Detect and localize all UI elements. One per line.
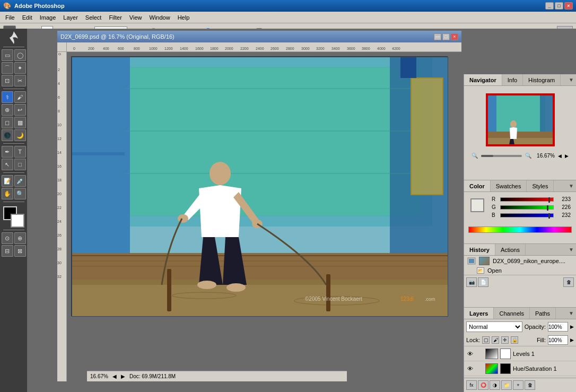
layer-delete-btn[interactable]: 🗑: [525, 380, 535, 390]
lock-position[interactable]: ✛: [501, 336, 509, 344]
tool-shape[interactable]: □: [14, 159, 26, 170]
menu-image[interactable]: Image: [37, 13, 59, 22]
menu-file[interactable]: File: [2, 13, 18, 22]
nav-right-btn[interactable]: ▶: [565, 153, 569, 159]
title-bar-controls[interactable]: _ □ ×: [545, 2, 573, 10]
r-slider[interactable]: [500, 197, 554, 202]
maximize-button[interactable]: □: [555, 2, 563, 10]
doc-maximize[interactable]: □: [442, 33, 450, 40]
history-open-item[interactable]: 📂 Open: [464, 266, 576, 275]
doc-close[interactable]: ×: [451, 33, 458, 40]
tool-path-select[interactable]: ↖: [2, 159, 13, 170]
tab-paths[interactable]: Paths: [530, 308, 556, 319]
tool-dodge[interactable]: 🌑: [2, 129, 13, 141]
layer-new-btn[interactable]: +: [513, 380, 523, 390]
tab-info[interactable]: Info: [502, 74, 523, 85]
opacity-input[interactable]: [548, 322, 568, 332]
opacity-arrow[interactable]: ▶: [570, 324, 574, 329]
toolbar-sep-1: [3, 47, 24, 47]
tool-clone[interactable]: ⊕: [2, 104, 13, 116]
layers-tabs-row: Layers Channels Paths ▼: [464, 308, 576, 319]
tool-heal[interactable]: ⚕: [2, 91, 13, 103]
toolbar-sep-5: [3, 202, 24, 202]
layer-row-hue[interactable]: 👁 Hue/Saturation 1: [464, 361, 576, 376]
tab-swatches[interactable]: Swatches: [491, 180, 527, 191]
lock-image[interactable]: 🖌: [492, 336, 499, 344]
lock-transparency[interactable]: ▢: [482, 336, 490, 344]
tool-eraser[interactable]: ◻: [2, 117, 13, 128]
layers-collapse[interactable]: ▼: [566, 309, 576, 317]
layer-eye-levels[interactable]: 👁: [466, 350, 474, 358]
tool-magic-wand[interactable]: ✦: [14, 62, 26, 74]
menu-help[interactable]: Help: [174, 13, 193, 22]
canvas-area[interactable]: ©2005 Vincent Bockaert 123di .com: [67, 52, 461, 381]
toolbar-sep-6: [3, 230, 24, 230]
history-collapse[interactable]: ▼: [566, 246, 576, 254]
close-button[interactable]: ×: [564, 2, 573, 10]
tool-slice[interactable]: ✂: [14, 75, 26, 86]
tool-lasso[interactable]: ⌒: [2, 62, 13, 74]
zoom-in-icon[interactable]: 🔍: [525, 153, 531, 159]
layer-group-btn[interactable]: 📁: [501, 380, 512, 390]
layer-adj-btn[interactable]: ◑: [490, 380, 500, 390]
tool-marquee-rect[interactable]: ▭: [2, 49, 13, 61]
tool-crop[interactable]: ⊡: [2, 75, 13, 86]
tab-histogram[interactable]: Histogram: [523, 74, 561, 85]
hist-create-doc[interactable]: 📄: [478, 277, 488, 287]
background-color[interactable]: [11, 214, 24, 228]
menu-layer[interactable]: Layer: [60, 13, 81, 22]
status-arrow-right[interactable]: ▶: [121, 373, 125, 379]
menu-view[interactable]: View: [126, 13, 145, 22]
menu-edit[interactable]: Edit: [19, 13, 36, 22]
tab-color[interactable]: Color: [464, 180, 491, 191]
spectrum-bar[interactable]: [468, 227, 572, 233]
status-arrow-left[interactable]: ◀: [112, 373, 117, 379]
nav-left-btn[interactable]: ◀: [558, 153, 562, 159]
layer-mask-btn[interactable]: ⭕: [478, 380, 488, 390]
menu-select[interactable]: Select: [82, 13, 105, 22]
tool-screen-mode2[interactable]: ⊠: [14, 245, 26, 257]
fill-input[interactable]: [548, 335, 568, 345]
tool-screen-mode[interactable]: ⊟: [2, 245, 13, 257]
tool-quick-mask[interactable]: ⊙: [2, 232, 13, 244]
menu-filter[interactable]: Filter: [106, 13, 125, 22]
menu-window[interactable]: Window: [146, 13, 173, 22]
tool-gradient[interactable]: ▦: [14, 117, 26, 128]
document-controls[interactable]: — □ ×: [434, 33, 458, 40]
fill-arrow[interactable]: ▶: [570, 337, 574, 343]
layer-style-btn[interactable]: fx: [466, 380, 477, 390]
hist-delete[interactable]: 🗑: [563, 277, 574, 287]
tool-eyedropper[interactable]: 💉: [14, 175, 26, 187]
tool-history-brush[interactable]: ↩: [14, 104, 26, 116]
tool-zoom[interactable]: 🔍: [14, 188, 26, 199]
layer-eye-hue[interactable]: 👁: [466, 365, 474, 372]
b-slider[interactable]: [500, 213, 554, 217]
tab-layers[interactable]: Layers: [464, 308, 494, 319]
tool-burn[interactable]: 🌙: [14, 129, 26, 141]
tab-styles[interactable]: Styles: [527, 180, 554, 191]
color-swatch[interactable]: [470, 198, 484, 212]
tab-navigator[interactable]: Navigator: [464, 74, 502, 85]
tool-marquee-ellipse[interactable]: ◯: [14, 49, 26, 61]
tool-hand[interactable]: ✋: [2, 188, 13, 199]
tab-actions[interactable]: Actions: [495, 244, 526, 255]
tool-type[interactable]: T: [14, 146, 26, 158]
hist-new-snapshot[interactable]: 📷: [466, 277, 477, 287]
doc-minimize[interactable]: —: [434, 33, 441, 40]
blend-mode-select[interactable]: Normal: [466, 321, 522, 332]
color-collapse[interactable]: ▼: [566, 182, 576, 190]
history-file-item[interactable]: D2X_0699_nikon_europe....: [464, 256, 576, 266]
tool-pen[interactable]: ✒: [2, 146, 13, 158]
tool-notes[interactable]: 📝: [2, 175, 13, 187]
g-slider[interactable]: [500, 205, 554, 210]
lock-all[interactable]: 🔒: [511, 336, 518, 344]
tool-std-mode[interactable]: ⊕: [14, 232, 26, 244]
layer-row-levels[interactable]: 👁 Levels 1: [464, 346, 576, 361]
tab-channels[interactable]: Channels: [494, 308, 529, 319]
zoom-out-icon[interactable]: 🔍: [472, 153, 478, 159]
navigator-collapse[interactable]: ▼: [566, 76, 576, 84]
zoom-slider[interactable]: [481, 155, 522, 157]
tool-brush[interactable]: 🖌: [14, 91, 26, 103]
tab-history[interactable]: History: [464, 244, 495, 255]
minimize-button[interactable]: _: [545, 2, 554, 10]
